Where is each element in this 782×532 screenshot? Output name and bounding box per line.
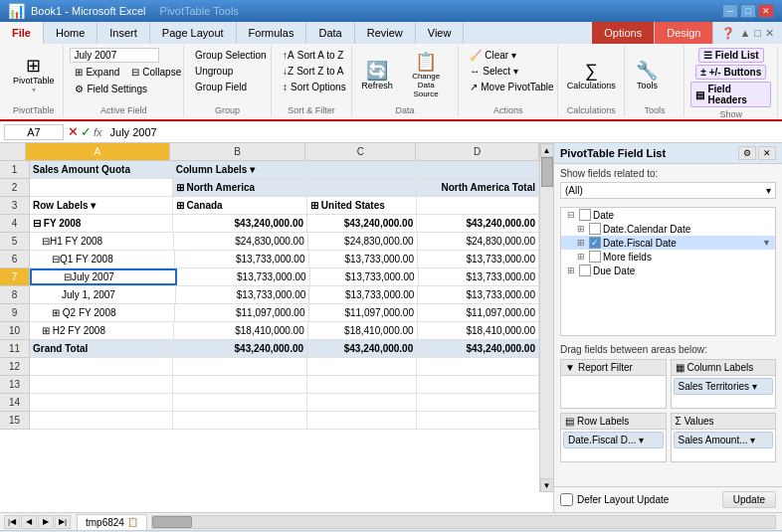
ungroup-button[interactable]: Ungroup xyxy=(190,64,238,79)
cell-b10[interactable]: $18,410,000.00 xyxy=(174,322,308,339)
cell-d14[interactable] xyxy=(417,394,539,411)
vertical-scrollbar-track[interactable] xyxy=(541,157,553,478)
cell-c10[interactable]: $18,410,000.00 xyxy=(308,322,418,339)
col-header-c[interactable]: C xyxy=(305,143,416,160)
tree-checkbox-more-fields[interactable] xyxy=(589,251,601,263)
defer-layout-label[interactable]: Defer Layout Update xyxy=(560,493,669,506)
field-headers-button[interactable]: ▤ Field Headers xyxy=(690,82,771,107)
field-list-options-button[interactable]: ⚙ xyxy=(738,146,756,160)
col-header-b[interactable]: B xyxy=(170,143,306,160)
ribbon-close-icon[interactable]: ✕ xyxy=(765,27,774,40)
values-zone[interactable]: Σ Values Sales Amount... ▾ xyxy=(671,413,777,462)
cell-b6[interactable]: $13,733,000.00 xyxy=(175,251,309,267)
formula-input[interactable] xyxy=(106,125,778,139)
row-header-12[interactable]: 12 xyxy=(0,358,29,376)
cell-b14[interactable] xyxy=(173,394,307,411)
vertical-scrollbar-thumb[interactable] xyxy=(541,157,553,187)
field-list-close-button[interactable]: ✕ xyxy=(758,146,776,160)
row-header-8[interactable]: 8 xyxy=(0,286,29,304)
cell-c5[interactable]: $24,830,000.00 xyxy=(308,233,418,250)
tab-design[interactable]: Design xyxy=(655,22,713,44)
cell-d11[interactable]: $43,240,000.00 xyxy=(417,340,539,357)
cell-c9[interactable]: $11,097,000.00 xyxy=(309,304,419,321)
cell-a2[interactable] xyxy=(30,179,173,196)
cell-c8[interactable]: $13,733,000.00 xyxy=(309,286,418,303)
row-header-4[interactable]: 4 xyxy=(0,215,29,233)
cell-a8[interactable]: July 1, 2007 xyxy=(30,286,176,303)
cell-b12[interactable] xyxy=(173,358,307,375)
cell-d7[interactable]: $13,733,000.00 xyxy=(419,268,539,285)
group-selection-button[interactable]: Group Selection xyxy=(190,48,272,63)
row-header-6[interactable]: 6 xyxy=(0,251,29,268)
sheet-nav-last-button[interactable]: ▶| xyxy=(55,515,71,529)
sheet-nav-first-button[interactable]: |◀ xyxy=(4,515,20,529)
tools-button[interactable]: 🔧 Tools xyxy=(631,59,663,93)
field-settings-button[interactable]: ⚙ Field Settings xyxy=(70,82,152,96)
tab-formulas[interactable]: Formulas xyxy=(237,22,307,44)
row-header-2[interactable]: 2 xyxy=(0,179,29,197)
cell-b3[interactable]: ⊞ Canada xyxy=(173,197,307,214)
cell-b9[interactable]: $11,097,000.00 xyxy=(175,304,309,321)
move-pivot-button[interactable]: ↗ Move PivotTable xyxy=(465,80,558,94)
field-list-button[interactable]: ☰ Field List xyxy=(698,48,764,63)
tree-item-calendar-date[interactable]: ⊞ Date.Calendar Date xyxy=(561,222,775,236)
sort-options-button[interactable]: ↕ Sort Options xyxy=(278,80,351,94)
tree-checkbox-date[interactable] xyxy=(579,209,591,221)
cell-a6[interactable]: ⊟Q1 FY 2008 xyxy=(30,251,175,267)
cell-d12[interactable] xyxy=(417,358,539,375)
cell-a12[interactable] xyxy=(30,358,173,375)
tab-insert[interactable]: Insert xyxy=(98,22,150,44)
cancel-formula-icon[interactable]: ✕ xyxy=(68,124,79,139)
tab-page-layout[interactable]: Page Layout xyxy=(150,22,237,44)
cell-b2[interactable]: ⊞ North America xyxy=(173,179,307,196)
cell-c7[interactable]: $13,733,000.00 xyxy=(310,268,419,285)
defer-layout-checkbox[interactable] xyxy=(560,493,573,506)
cell-d8[interactable]: $13,733,000.00 xyxy=(418,286,539,303)
cell-d15[interactable] xyxy=(417,412,539,429)
cell-a11[interactable]: Grand Total xyxy=(30,340,173,357)
insert-function-icon[interactable]: fx xyxy=(94,126,102,138)
cell-b11[interactable]: $43,240,000.00 xyxy=(173,340,307,357)
sheet-nav-next-button[interactable]: ▶ xyxy=(38,515,54,529)
expand-field-button[interactable]: ⊞ Expand xyxy=(70,65,124,80)
row-header-13[interactable]: 13 xyxy=(0,376,29,394)
tab-data[interactable]: Data xyxy=(306,22,354,44)
tree-checkbox-fiscal-date[interactable]: ✓ xyxy=(589,237,601,249)
cell-d2[interactable]: North America Total xyxy=(417,179,539,196)
cell-c1[interactable] xyxy=(307,161,417,178)
cell-c4[interactable]: $43,240,000.00 xyxy=(307,215,417,232)
horizontal-scrollbar[interactable] xyxy=(149,515,778,529)
cell-c11[interactable]: $43,240,000.00 xyxy=(307,340,417,357)
tree-item-date[interactable]: ⊟ Date xyxy=(561,208,775,222)
cell-d3[interactable] xyxy=(417,197,539,214)
calculations-button[interactable]: ∑ Calculations xyxy=(564,59,618,93)
cell-c6[interactable]: $13,733,000.00 xyxy=(309,251,419,267)
tab-options[interactable]: Options xyxy=(592,22,655,44)
cell-d5[interactable]: $24,830,000.00 xyxy=(418,233,539,250)
row-labels-item-fiscal-date[interactable]: Date.Fiscal D... ▾ xyxy=(563,432,664,448)
group-field-button[interactable]: Group Field xyxy=(190,80,252,94)
window-size-icon[interactable]: □ xyxy=(754,27,761,39)
cell-b1[interactable]: Column Labels ▾ xyxy=(173,161,307,178)
tab-home[interactable]: Home xyxy=(44,22,98,44)
close-button[interactable]: ✕ xyxy=(758,4,774,18)
cell-c12[interactable] xyxy=(307,358,417,375)
column-labels-item-sales-territories[interactable]: Sales Territories ▾ xyxy=(674,378,774,395)
cell-c13[interactable] xyxy=(307,376,417,393)
cell-a3[interactable]: Row Labels ▾ xyxy=(30,197,173,214)
row-header-3[interactable]: 3 xyxy=(0,197,29,215)
help-icon[interactable]: ❓ xyxy=(721,27,735,40)
sort-za-button[interactable]: ↓Z Sort Z to A xyxy=(278,64,348,79)
cell-a7-active[interactable]: ⊟July 2007 xyxy=(30,268,177,285)
sheet-tab-tmp6824[interactable]: tmp6824 📋 xyxy=(77,514,147,530)
refresh-button[interactable]: 🔄 Refresh xyxy=(358,59,396,93)
cell-a15[interactable] xyxy=(30,412,173,429)
cell-b15[interactable] xyxy=(173,412,307,429)
cell-b13[interactable] xyxy=(173,376,307,393)
cell-b8[interactable]: $13,733,000.00 xyxy=(176,286,309,303)
cell-a4[interactable]: ⊟ FY 2008 xyxy=(30,215,173,232)
tab-review[interactable]: Review xyxy=(355,22,416,44)
scroll-up-button[interactable]: ▲ xyxy=(540,143,554,157)
tab-file[interactable]: File xyxy=(0,22,44,44)
horizontal-scroll-thumb[interactable] xyxy=(152,516,192,528)
